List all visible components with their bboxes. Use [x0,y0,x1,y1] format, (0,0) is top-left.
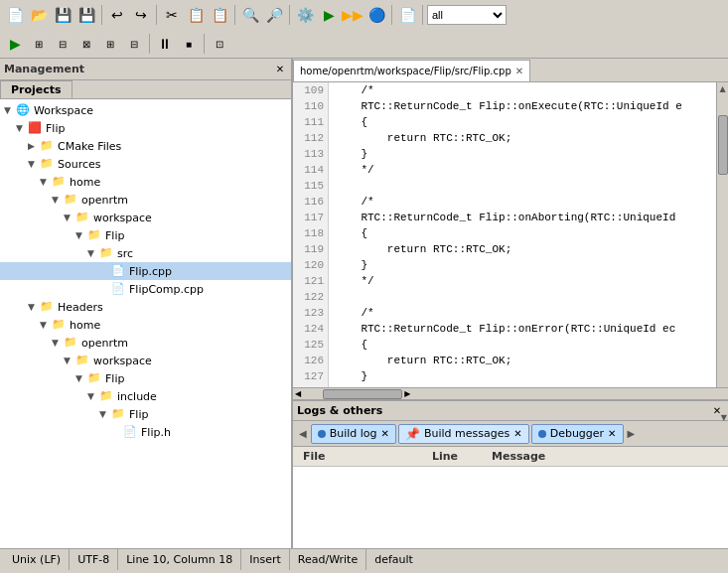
workspace-icon: 🌐 [16,103,32,117]
new-file-button[interactable]: 📄 [4,4,26,26]
workspace1-label: workspace [93,212,152,224]
code-content[interactable]: /* RTC::ReturnCode_t Flip::onExecute(RTC… [329,82,716,387]
tree-item-workspace1[interactable]: ▼ 📁 workspace [0,209,291,226]
tree-item-fliph[interactable]: ▶ 📄 Flip.h [0,423,291,441]
sources-expand-icon[interactable]: ▼ [28,159,40,169]
tree-item-openrtm2[interactable]: ▼ 📁 openrtm [0,334,291,352]
src1-expand-icon[interactable]: ▼ [87,248,99,258]
toolbar-area: 📄 📂 💾 💾 ↩ ↪ ✂ 📋 📋 🔍 🔎 ⚙️ ▶ ▶▶ 🔵 📄 all ▶ … [0,0,728,59]
bottom-tab-debugger[interactable]: Debugger ✕ [531,424,624,444]
replace-button[interactable]: 🔎 [263,4,285,26]
tree-item-flipcpp[interactable]: ▶ 📄 Flip.cpp [0,262,291,280]
editor-area[interactable]: 1091101111121131141151161171181191201211… [293,82,716,387]
h-scroll-left-icon[interactable]: ◀ [293,389,303,398]
include1-expand-icon[interactable]: ▼ [87,391,99,401]
copy-button[interactable]: 📋 [185,4,207,26]
tree-item-sources[interactable]: ▼ 📁 Sources [0,155,291,173]
redo-button[interactable]: ↪ [130,4,152,26]
bottom-tabs-prev-icon[interactable]: ◀ [297,428,309,439]
workspace1-expand-icon[interactable]: ▼ [64,213,75,222]
bottom-tab-buildlog[interactable]: Build log ✕ [311,424,396,444]
openrtm2-expand-icon[interactable]: ▼ [52,338,64,348]
toggle-btn[interactable]: ⊡ [209,33,230,55]
flip3-expand-icon[interactable]: ▼ [99,409,111,419]
code-line-110: RTC::ReturnCode_t Flip::onExecute(RTC::U… [335,98,710,114]
table-header: File Line Message [293,447,728,467]
scroll-up-icon[interactable]: ▲ [719,82,725,95]
home2-expand-icon[interactable]: ▼ [40,320,52,330]
tree-item-openrtm1[interactable]: ▼ 📁 openrtm [0,191,291,209]
pause-btn[interactable]: ⏸ [154,33,176,55]
tree-item-src1[interactable]: ▼ 📁 src [0,244,291,262]
scroll-thumb[interactable] [718,115,728,175]
home1-expand-icon[interactable]: ▼ [40,177,52,187]
workspace2-expand-icon[interactable]: ▼ [64,356,75,365]
debugger-close-icon[interactable]: ✕ [608,428,616,439]
buildmessages-close-icon[interactable]: ✕ [513,428,521,439]
workspace2-label: workspace [93,355,152,367]
tree-item-include1[interactable]: ▼ 📁 include [0,387,291,405]
tree-item-flip[interactable]: ▼ 🟥 Flip [0,119,291,137]
run2-btn[interactable]: ▶ [4,33,26,55]
vertical-scrollbar[interactable]: ▲ ▼ [716,82,728,387]
buildlog-close-icon[interactable]: ✕ [381,428,389,439]
step-into-btn[interactable]: ⊟ [52,33,73,55]
next-btn[interactable]: ⊞ [99,33,121,55]
step-out-btn[interactable]: ⊠ [75,33,97,55]
tree-item-flipcompcpp[interactable]: ▶ 📄 FlipComp.cpp [0,280,291,298]
save-all-button[interactable]: 💾 [75,4,97,26]
prev-btn[interactable]: ⊟ [123,33,145,55]
code-line-111: { [335,114,710,130]
tree-item-headers[interactable]: ▼ 📁 Headers [0,298,291,316]
include1-label: include [117,390,157,403]
cmake-expand-icon[interactable]: ▶ [28,141,40,151]
toolbar-row-2: ▶ ⊞ ⊟ ⊠ ⊞ ⊟ ⏸ ■ ⊡ [0,30,728,58]
debugger-label: Debugger [550,427,604,440]
editor-tab-flipcpp[interactable]: home/openrtm/workspace/Flip/src/Flip.cpp… [293,60,530,81]
cut-button[interactable]: ✂ [161,4,183,26]
tree-item-flip3[interactable]: ▼ 📁 Flip [0,405,291,423]
save-button[interactable]: 💾 [52,4,73,26]
workspace-expand-icon[interactable]: ▼ [4,105,16,115]
tree-area[interactable]: ▼ 🌐 Workspace ▼ 🟥 Flip ▶ 📁 CMake Files [0,99,291,548]
tree-item-cmake[interactable]: ▶ 📁 CMake Files [0,137,291,155]
tree-item-home1[interactable]: ▼ 📁 home [0,173,291,191]
flip-expand-icon[interactable]: ▼ [16,123,28,133]
paste-button[interactable]: 📋 [209,4,230,26]
flip-project-icon: 🟥 [28,121,44,135]
bottom-tabs-next-icon[interactable]: ▶ [626,428,638,439]
run-btn[interactable]: ▶ [318,4,340,26]
col-message: Message [486,450,551,463]
stop2-btn[interactable]: ■ [178,33,200,55]
h-scroll-thumb[interactable] [323,389,402,399]
tree-item-workspace[interactable]: ▼ 🌐 Workspace [0,101,291,119]
management-close-icon[interactable]: ✕ [273,63,287,76]
flip1-expand-icon[interactable]: ▼ [75,230,87,240]
stop-btn[interactable]: 🔵 [365,4,387,26]
filter-select[interactable]: all [427,5,507,25]
debug-btn[interactable]: ▶▶ [342,4,364,26]
workspace-label: Workspace [34,104,93,117]
bottom-tab-buildmessages[interactable]: 📌 Build messages ✕ [398,424,529,444]
tab-projects[interactable]: Projects [0,80,73,98]
tree-item-home2[interactable]: ▼ 📁 home [0,316,291,334]
tree-item-flip1[interactable]: ▼ 📁 Flip [0,226,291,244]
src1-label: src [117,247,133,260]
search-button[interactable]: 🔍 [239,4,261,26]
editor-h-scrollbar[interactable]: ◀ ▶ [293,387,728,399]
editor-tab-close-icon[interactable]: ✕ [515,66,523,76]
flipcpp-label: Flip.cpp [129,265,172,278]
headers-expand-icon[interactable]: ▼ [28,302,40,312]
build-btn[interactable]: ⚙️ [294,4,316,26]
h-scroll-right-icon[interactable]: ▶ [402,389,412,398]
openrtm1-expand-icon[interactable]: ▼ [52,195,64,205]
flip2-expand-icon[interactable]: ▼ [75,373,87,383]
undo-button[interactable]: ↩ [106,4,128,26]
tree-item-workspace2[interactable]: ▼ 📁 workspace [0,352,291,369]
status-permissions: Read/Write [290,549,366,570]
step-over-btn[interactable]: ⊞ [28,33,50,55]
extra-btn1[interactable]: 📄 [396,4,418,26]
open-button[interactable]: 📂 [28,4,50,26]
col-line: Line [426,450,486,463]
tree-item-flip2[interactable]: ▼ 📁 Flip [0,369,291,387]
